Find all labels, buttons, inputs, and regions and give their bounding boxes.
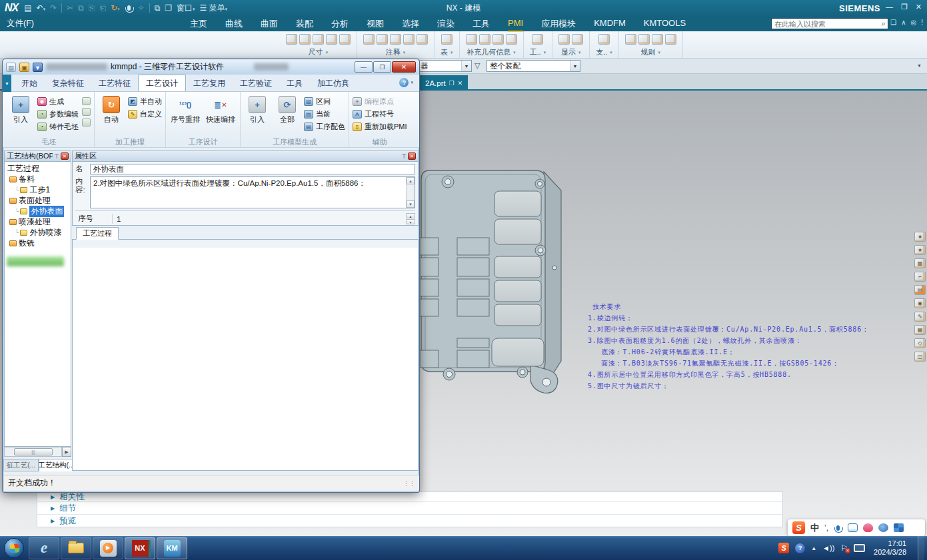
redo-icon[interactable]: ↷ <box>50 3 57 13</box>
help-icon[interactable]: ◎ <box>910 19 916 26</box>
part-tab[interactable]: 2A.prt ❐ ✕ <box>420 75 468 91</box>
window-icon[interactable]: ❐ <box>165 3 172 13</box>
part-window-icon[interactable]: ❐ <box>449 80 455 87</box>
paste-icon[interactable]: ⎘ <box>89 3 95 13</box>
notes-edit-icon[interactable]: ✎ <box>914 312 926 322</box>
row-preview[interactable]: ▶预览 <box>37 514 782 527</box>
layers-icon[interactable]: ▤ <box>914 285 926 295</box>
tab-view[interactable]: 视图 <box>367 18 384 32</box>
alert-icon[interactable]: ! <box>921 19 923 26</box>
reload-pmi-button[interactable]: ▯重新加载PMI <box>353 121 407 133</box>
panel-close-icon[interactable]: ✕ <box>408 152 416 160</box>
row-details[interactable]: ▶细节 <box>37 501 782 514</box>
part-3d-view[interactable] <box>419 164 585 397</box>
network-display-icon[interactable] <box>854 544 865 552</box>
renumber-button[interactable]: ¹²³()序号重排 <box>169 93 201 137</box>
named-view-star-icon[interactable]: ★ <box>914 232 926 242</box>
expand-arrow-icon[interactable]: ▶ <box>51 494 55 500</box>
cut-icon[interactable]: ✂ <box>67 3 73 13</box>
taskbar-km[interactable]: KM <box>157 537 187 559</box>
mic-icon[interactable] <box>834 523 842 533</box>
spin-down-icon[interactable]: ▼ <box>406 219 415 224</box>
box-icon[interactable]: ◇ <box>914 338 926 348</box>
ribbon-icon[interactable] <box>506 34 517 45</box>
cylinder-tool-icon[interactable]: ◫ <box>914 352 926 362</box>
command-search[interactable]: ⌕ <box>771 18 888 29</box>
process-content-area[interactable] <box>72 248 419 471</box>
ribbon-icon[interactable] <box>403 34 415 45</box>
cast-blank-button[interactable]: ◔铸件毛坯 <box>37 121 79 133</box>
ribbon-icon[interactable] <box>326 34 337 45</box>
ribbon-icon[interactable] <box>652 34 663 45</box>
tab-select[interactable]: 选择 <box>402 18 419 32</box>
more-options-icon[interactable]: ▼ <box>917 63 922 68</box>
ribbon-icon[interactable] <box>572 34 583 45</box>
dropdown-arrow-icon[interactable]: ▼ <box>461 61 471 71</box>
window-menu[interactable]: 窗口▾ <box>177 3 195 14</box>
dtab-machining-sim[interactable]: 加工仿真 <box>310 76 357 91</box>
toolbox-grid-icon[interactable] <box>894 523 904 532</box>
scroll-down-icon[interactable]: ▼ <box>407 200 415 208</box>
spin-up-icon[interactable]: ▲ <box>406 213 415 218</box>
pin-icon[interactable]: ⊤ <box>401 153 407 160</box>
chinese-mode-icon[interactable]: 中 <box>810 522 819 534</box>
program-origin-button[interactable]: ⌖编程原点 <box>353 96 407 107</box>
ribbon-icon[interactable] <box>638 34 650 45</box>
import-op-button[interactable]: +引入 <box>244 93 271 137</box>
small-tool-icon[interactable] <box>82 119 91 127</box>
taskbar-clock[interactable]: 17:01 2024/3/28 <box>871 539 912 557</box>
ribbon-icon[interactable] <box>299 34 311 45</box>
bop-hscrollbar[interactable]: ||| ▶ <box>4 447 71 457</box>
scroll-thumb[interactable]: ||| <box>14 448 53 455</box>
restore-button[interactable]: ❐ <box>901 3 908 11</box>
small-tool-icon[interactable] <box>82 108 91 116</box>
tree-item[interactable]: 备料 <box>5 174 71 184</box>
expand-arrow-icon[interactable]: ▶ <box>51 505 55 511</box>
taskbar-ie[interactable]: e <box>29 537 59 559</box>
dropdown-arrow-icon[interactable]: ▼ <box>570 61 580 71</box>
row-dependency[interactable]: ▶相关性 <box>37 492 782 501</box>
content-input[interactable]: 2.对图中绿色所示区域进行表面处理镀覆：Cu/Ap.Ni-P20.Ep.Au1.… <box>90 176 415 208</box>
scroll-up-icon[interactable]: ▲ <box>407 177 415 184</box>
skin-icon[interactable] <box>863 523 873 532</box>
keyboard-icon[interactable] <box>848 523 858 532</box>
close-button[interactable]: ✕ <box>916 3 922 11</box>
start-button[interactable] <box>0 536 28 560</box>
table-tool-icon[interactable]: ▦ <box>914 325 926 335</box>
tree-item[interactable]: 工艺过程 <box>5 163 71 174</box>
paste-special-icon[interactable]: ⎗ <box>99 3 106 13</box>
dtab-process-verify[interactable]: 工艺验证 <box>233 76 279 91</box>
dialog-maximize-button[interactable]: ❐ <box>373 61 391 73</box>
name-input[interactable]: 外协表面 <box>90 164 415 174</box>
dialog-minimize-button[interactable]: — <box>355 61 373 73</box>
tab-kmtools[interactable]: KMTOOLS <box>644 18 686 32</box>
tree-item[interactable]: 表面处理 <box>5 195 71 206</box>
search-icon[interactable]: ⌕ <box>882 19 888 28</box>
ribbon-icon[interactable] <box>339 34 351 45</box>
file-menu[interactable]: 文件(F) <box>7 18 34 29</box>
custom-button[interactable]: ✎自定义 <box>128 109 162 120</box>
dtab-tools[interactable]: 工具 <box>279 76 310 91</box>
ribbon-icon[interactable] <box>466 34 477 45</box>
scope-combo[interactable]: 整个装配 ▼ <box>486 60 580 72</box>
ribbon-icon[interactable] <box>286 34 297 45</box>
ribbon-icon[interactable] <box>532 34 543 45</box>
seq-spinner[interactable]: ▲▼ <box>406 213 415 224</box>
tab-tools[interactable]: 工具 <box>472 18 490 32</box>
part-tab-close-icon[interactable]: ✕ <box>458 80 463 87</box>
param-edit-button[interactable]: ◔参数编辑 <box>37 109 79 120</box>
ribbon-icon[interactable] <box>377 34 388 45</box>
copy-icon[interactable]: ⧉ <box>78 3 84 13</box>
op-color-button[interactable]: ▤工序配色 <box>304 121 345 133</box>
dtab-complex-feature[interactable]: 复杂特征 <box>45 76 91 91</box>
dialog-close-button[interactable]: ✕ <box>392 61 416 73</box>
resize-grip-icon[interactable]: ⋮⋮ <box>403 480 415 487</box>
emoji-icon[interactable] <box>878 523 888 532</box>
ribbon-icon[interactable] <box>363 34 375 45</box>
ribbon-icon[interactable] <box>558 34 570 45</box>
all-op-button[interactable]: ⟳全部 <box>274 93 301 137</box>
mic-icon[interactable] <box>125 3 133 13</box>
undo-icon[interactable]: ↶▾ <box>37 3 46 13</box>
ribbon-icon[interactable] <box>665 34 676 45</box>
tab-kmdfm[interactable]: KMDFM <box>594 18 626 32</box>
